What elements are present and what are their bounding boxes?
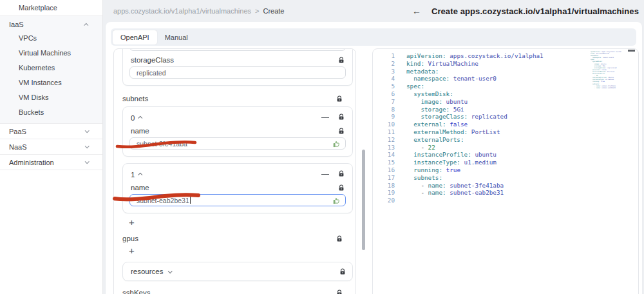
lock-icon[interactable]	[336, 95, 343, 103]
subnet-0-name-value: subnet-3fe41aba	[137, 140, 187, 148]
subnet-0-name-input[interactable]: subnet-3fe41aba	[129, 137, 346, 150]
sidebar: Marketplace IaaS VPCs Virtual Machines K…	[0, 0, 103, 294]
sidebar-item-administration[interactable]: Administration	[0, 155, 102, 170]
yaml-code[interactable]: 1apiVersion: apps.cozystack.io/v1alpha12…	[373, 52, 638, 204]
chevron-up-icon	[138, 116, 143, 121]
lock-icon[interactable]	[338, 128, 345, 135]
back-arrow-icon[interactable]: ←	[412, 6, 421, 16]
form-scrollbar[interactable]	[362, 150, 365, 250]
sidebar-item-paas[interactable]: PaaS	[0, 124, 102, 139]
sidebar-item-buckets[interactable]: Buckets	[0, 104, 102, 119]
tab-bar: OpenAPI Manual	[111, 28, 636, 46]
section-label-gpus: gpus	[122, 235, 138, 242]
system-disk-card: 5Gi storageClass replicated	[122, 48, 353, 86]
breadcrumb: apps.cozystack.io/v1alpha1/virtualmachin…	[113, 7, 284, 15]
thumbs-up-icon	[332, 140, 341, 150]
subnet-item-0-card: 0 name subnet-3fe41aba	[122, 106, 353, 157]
tab-manual[interactable]: Manual	[157, 30, 196, 44]
minimap-slider[interactable]	[628, 50, 635, 52]
sidebar-item-kubernetes[interactable]: Kubernetes	[0, 60, 102, 75]
subnet-item-1-header[interactable]: 1	[129, 169, 346, 179]
storage-input[interactable]: 5Gi	[129, 48, 346, 51]
field-label-name: name	[131, 127, 149, 135]
sidebar-item-label: NaaS	[9, 143, 27, 151]
page-title: Create apps.cozystack.io/v1alpha1/virtua…	[431, 6, 639, 16]
chevron-down-icon	[85, 159, 90, 164]
sidebar-item-label: Kubernetes	[19, 64, 55, 72]
subnet-item-0-header[interactable]: 0	[129, 112, 346, 122]
breadcrumb-separator: >	[255, 7, 259, 15]
lock-icon[interactable]	[338, 184, 345, 191]
section-label-subnets: subnets	[122, 95, 148, 103]
tab-openapi[interactable]: OpenAPI	[113, 30, 157, 44]
yaml-editor[interactable]: 1apiVersion: apps.cozystack.io/v1alpha12…	[372, 48, 639, 294]
storageclass-input[interactable]: replicated	[129, 66, 346, 79]
lock-icon[interactable]	[336, 235, 343, 242]
lock-icon[interactable]	[338, 170, 345, 179]
sidebar-item-iaas[interactable]: IaaS	[0, 16, 102, 30]
remove-item-button[interactable]	[321, 174, 329, 175]
add-gpu-button[interactable]: +	[129, 246, 138, 255]
subnet-1-name-input[interactable]: subnet-eab2be31	[129, 194, 346, 206]
sidebar-item-label: PaaS	[9, 128, 26, 135]
chevron-down-icon	[85, 144, 90, 148]
sidebar-group-iaas: IaaS VPCs Virtual Machines Kubernetes VM…	[0, 16, 102, 124]
storage-input-value: 5Gi	[137, 48, 147, 49]
breadcrumb-current: Create	[263, 7, 284, 15]
sidebar-item-label: VM Instances	[19, 79, 62, 86]
lock-icon[interactable]	[338, 57, 345, 64]
sidebar-item-virtual-machines[interactable]: Virtual Machines	[0, 45, 102, 60]
chevron-up-icon	[138, 173, 143, 177]
section-label-sshkeys: sshKeys	[122, 289, 150, 294]
resources-card[interactable]: resources	[122, 262, 353, 281]
subnet-item-1-card: 1 name subnet-eab2be31	[122, 163, 353, 213]
openapi-form-panel: 5Gi storageClass replicated subnets 0	[113, 48, 356, 294]
field-label-storageclass: storageClass	[131, 56, 174, 64]
text-caret	[190, 197, 191, 204]
subnet-item-index: 1	[131, 171, 135, 179]
chevron-down-icon	[167, 269, 172, 273]
lock-icon[interactable]	[336, 289, 343, 294]
sidebar-item-label: Administration	[9, 159, 54, 166]
sidebar-item-vm-disks[interactable]: VM Disks	[0, 90, 102, 104]
sidebar-item-label: VM Disks	[19, 93, 48, 101]
sidebar-item-label: IaaS	[9, 21, 24, 28]
chevron-up-icon	[84, 23, 88, 27]
storageclass-input-value: replicated	[137, 69, 166, 77]
subnet-1-name-value: subnet-eab2be31	[137, 197, 189, 204]
field-label-name: name	[131, 184, 149, 191]
lock-icon[interactable]	[338, 113, 345, 122]
add-subnet-button[interactable]: +	[129, 218, 138, 227]
main-panel: OpenAPI Manual 5Gi storageClass replicat…	[106, 22, 642, 294]
breadcrumb-resource-link[interactable]: apps.cozystack.io/v1alpha1/virtualmachin…	[113, 7, 251, 15]
sidebar-item-naas[interactable]: NaaS	[0, 139, 102, 155]
subnet-item-index: 0	[131, 114, 135, 122]
sidebar-item-label: Marketplace	[19, 4, 57, 12]
lock-icon[interactable]	[339, 268, 346, 275]
sidebar-item-label: Buckets	[19, 108, 44, 116]
sidebar-item-vm-instances[interactable]: VM Instances	[0, 75, 102, 90]
thumbs-up-icon	[332, 197, 341, 206]
remove-item-button[interactable]	[321, 117, 329, 119]
resources-label: resources	[131, 268, 164, 275]
sidebar-item-label: VPCs	[19, 34, 37, 42]
page-header: ← Create apps.cozystack.io/v1alpha1/virt…	[412, 6, 639, 16]
sidebar-item-vpcs[interactable]: VPCs	[0, 30, 102, 45]
sidebar-item-label: Virtual Machines	[19, 49, 71, 57]
sidebar-item-marketplace[interactable]: Marketplace	[0, 0, 102, 16]
chevron-down-icon	[85, 128, 90, 133]
